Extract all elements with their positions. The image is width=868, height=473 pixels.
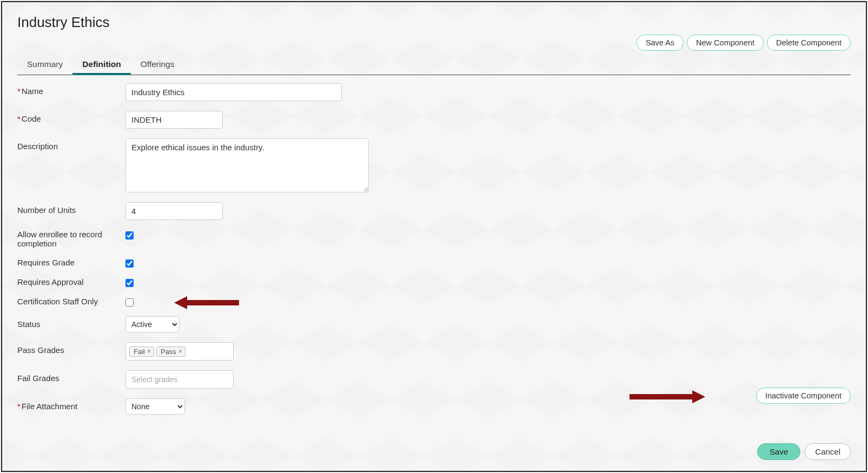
label-file-attachment: *File Attachment [17, 398, 125, 411]
pass-grade-tag: Fail × [129, 347, 154, 357]
status-select[interactable]: Active [125, 316, 180, 332]
label-name: *Name [17, 83, 125, 96]
label-fail-grades: Fail Grades [17, 370, 125, 383]
row-code: *Code [17, 111, 851, 129]
new-component-button[interactable]: New Component [687, 35, 764, 51]
page-title: Industry Ethics [17, 14, 110, 31]
page-frame: Industry Ethics Save As New Component De… [1, 1, 867, 472]
pass-grade-tag: Pass × [156, 347, 185, 357]
row-pass-grades: Pass Grades Fail × Pass × [17, 342, 851, 361]
required-icon: * [17, 114, 21, 123]
row-allow-enrollee: Allow enrollee to record completion [17, 230, 851, 248]
label-pass-grades: Pass Grades [17, 342, 125, 355]
row-name: *Name [17, 83, 851, 101]
row-units: Number of Units [17, 202, 851, 220]
allow-enrollee-checkbox[interactable] [125, 231, 134, 239]
row-file-attachment: *File Attachment None [17, 398, 851, 415]
inactivate-component-button[interactable]: Inactivate Component [756, 388, 851, 404]
row-requires-approval: Requires Approval [17, 277, 851, 289]
file-attachment-select[interactable]: None [125, 398, 185, 415]
label-description: Description [17, 138, 125, 151]
tag-label: Fail [134, 348, 145, 356]
top-actions: Save As New Component Delete Component [637, 35, 851, 51]
label-status: Status [17, 316, 125, 329]
footer-actions: Save Cancel [757, 443, 851, 460]
label-name-text: Name [22, 86, 43, 96]
label-allow-enrollee: Allow enrollee to record completion [17, 230, 125, 248]
name-input[interactable] [125, 83, 342, 101]
fail-grades-input[interactable]: Select grades [125, 370, 234, 389]
cert-staff-checkbox[interactable] [125, 298, 134, 307]
tabs-bar: Summary Definition Offerings [17, 55, 851, 75]
label-file-attachment-text: File Attachment [22, 402, 77, 411]
pass-grades-input[interactable]: Fail × Pass × [125, 342, 234, 361]
close-icon[interactable]: × [147, 348, 151, 355]
label-requires-approval: Requires Approval [17, 277, 125, 287]
requires-approval-checkbox[interactable] [125, 279, 134, 287]
tab-summary[interactable]: Summary [17, 55, 72, 75]
row-fail-grades: Fail Grades Select grades [17, 370, 851, 389]
row-status: Status Active [17, 316, 851, 332]
save-as-button[interactable]: Save As [637, 35, 684, 51]
tab-offerings[interactable]: Offerings [131, 55, 184, 75]
row-requires-grade: Requires Grade [17, 258, 851, 270]
code-input[interactable] [125, 111, 223, 129]
form-area: *Name *Code Description Explore ethical … [17, 83, 851, 424]
units-input[interactable] [125, 202, 223, 220]
label-code: *Code [17, 111, 125, 123]
tab-definition[interactable]: Definition [72, 55, 130, 75]
label-requires-grade: Requires Grade [17, 258, 125, 267]
row-description: Description Explore ethical issues in th… [17, 138, 851, 192]
close-icon[interactable]: × [178, 348, 182, 355]
delete-component-button[interactable]: Delete Component [767, 35, 851, 51]
description-input[interactable]: Explore ethical issues in the industry. [125, 138, 369, 192]
inactivate-row: Inactivate Component [756, 388, 851, 404]
save-button[interactable]: Save [757, 443, 800, 460]
label-code-text: Code [22, 114, 41, 123]
required-icon: * [17, 86, 21, 96]
fail-grades-placeholder: Select grades [129, 375, 178, 384]
label-units: Number of Units [17, 202, 125, 215]
label-cert-staff: Certification Staff Only [17, 297, 125, 306]
tag-label: Pass [161, 348, 176, 356]
required-icon: * [17, 402, 21, 411]
row-cert-staff-only: Certification Staff Only [17, 297, 851, 309]
cancel-button[interactable]: Cancel [805, 443, 851, 460]
requires-grade-checkbox[interactable] [125, 259, 134, 268]
